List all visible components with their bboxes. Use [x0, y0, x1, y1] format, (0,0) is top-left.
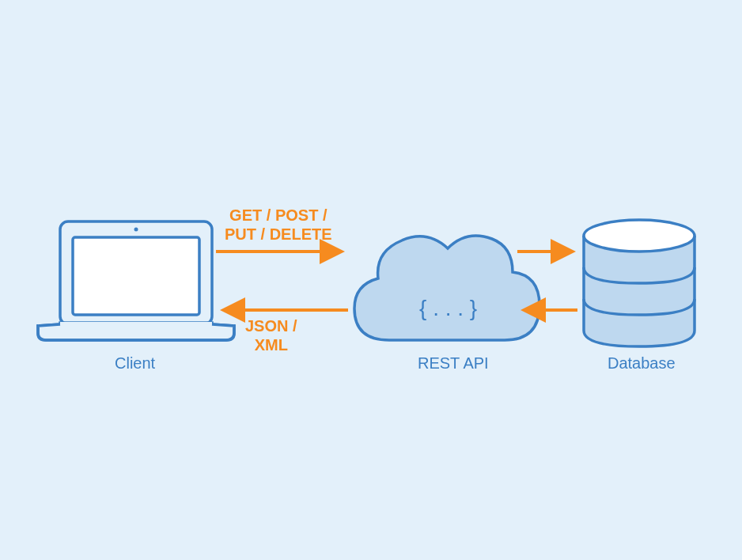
database-label: Database [608, 354, 676, 373]
response-label-line1: JSON / [245, 317, 297, 335]
request-label: GET / POST / PUT / DELETE [225, 206, 332, 244]
response-label: JSON / XML [245, 316, 297, 354]
rest-api-diagram: Client REST API Database { . . . } GET /… [0, 0, 742, 560]
api-label: REST API [418, 354, 489, 373]
cloud-code-text: { . . . } [419, 296, 477, 321]
cloud-icon [354, 236, 539, 340]
diagram-svg [0, 0, 742, 560]
response-label-line2: XML [255, 336, 288, 354]
client-label: Client [115, 354, 155, 373]
request-label-line2: PUT / DELETE [225, 225, 332, 243]
database-icon [584, 220, 695, 346]
laptop-icon [38, 221, 234, 340]
svg-rect-1 [73, 237, 199, 315]
svg-rect-5 [38, 324, 234, 327]
request-label-line1: GET / POST / [229, 206, 327, 224]
svg-point-2 [134, 228, 138, 232]
svg-point-6 [584, 220, 695, 252]
